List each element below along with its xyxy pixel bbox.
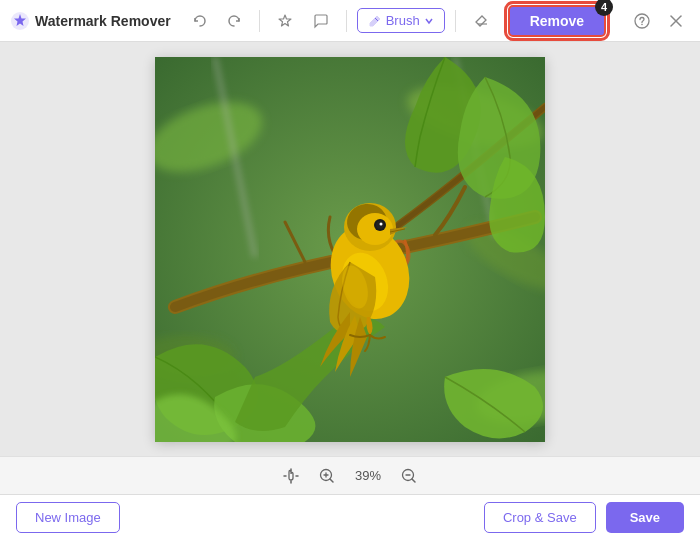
close-button[interactable] xyxy=(662,7,690,35)
bottom-bar: New Image Crop & Save Save xyxy=(0,494,700,540)
redo-button[interactable] xyxy=(219,7,249,35)
divider-3 xyxy=(455,10,456,32)
zoom-in-button[interactable] xyxy=(314,463,340,489)
svg-point-20 xyxy=(357,213,393,245)
image-container xyxy=(155,57,545,442)
remove-button[interactable]: Remove xyxy=(508,5,606,37)
new-image-button[interactable]: New Image xyxy=(16,502,120,533)
star-button[interactable] xyxy=(270,7,300,35)
app-logo-icon xyxy=(10,11,30,31)
zoom-out-icon xyxy=(401,468,417,484)
right-buttons: Crop & Save Save xyxy=(484,502,684,533)
speech-button[interactable] xyxy=(306,7,336,35)
zoom-out-button[interactable] xyxy=(396,463,422,489)
erase-button[interactable] xyxy=(466,7,496,35)
app-logo: Watermark Remover xyxy=(10,11,171,31)
divider-1 xyxy=(259,10,260,32)
remove-badge: 4 xyxy=(595,0,613,16)
svg-point-4 xyxy=(641,23,643,25)
crop-save-button[interactable]: Crop & Save xyxy=(484,502,596,533)
zoom-level: 39% xyxy=(350,468,386,483)
zoom-bar: 39% xyxy=(0,456,700,494)
pan-icon xyxy=(282,467,300,485)
save-button[interactable]: Save xyxy=(606,502,684,533)
remove-button-wrap: Remove 4 xyxy=(508,5,606,37)
image-canvas[interactable] xyxy=(155,57,545,442)
brush-label: Brush xyxy=(386,13,420,28)
toolbar-history-group xyxy=(185,7,249,35)
brush-button[interactable]: Brush xyxy=(357,8,445,33)
svg-line-29 xyxy=(330,479,333,482)
app-title: Watermark Remover xyxy=(35,13,171,29)
zoom-in-icon xyxy=(319,468,335,484)
pan-button[interactable] xyxy=(278,463,304,489)
chevron-down-icon xyxy=(424,16,434,26)
canvas-area xyxy=(0,42,700,456)
top-bar: Watermark Remover xyxy=(0,0,700,42)
undo-button[interactable] xyxy=(185,7,215,35)
help-button[interactable] xyxy=(628,7,656,35)
divider-2 xyxy=(346,10,347,32)
svg-line-32 xyxy=(412,479,415,482)
svg-point-23 xyxy=(380,222,383,225)
